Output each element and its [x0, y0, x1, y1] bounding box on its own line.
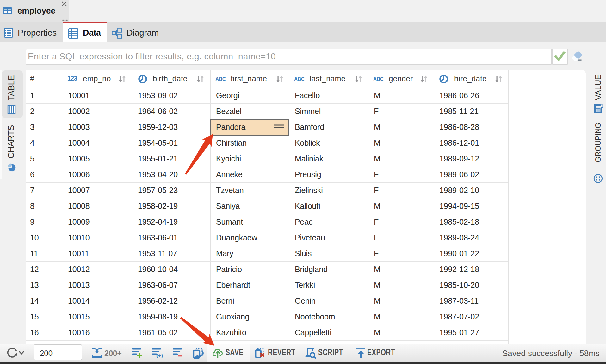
svg-text:(+): (+) — [156, 353, 163, 358]
